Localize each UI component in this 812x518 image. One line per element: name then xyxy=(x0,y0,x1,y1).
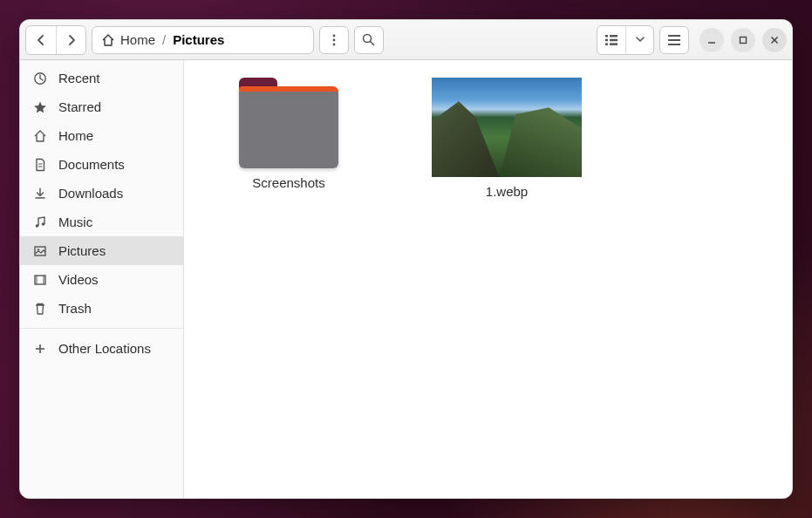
sidebar-item-home[interactable]: Home xyxy=(20,121,183,150)
home-icon xyxy=(101,33,115,47)
svg-line-4 xyxy=(371,42,374,45)
path-current[interactable]: Pictures xyxy=(173,32,224,47)
sidebar-label: Starred xyxy=(58,99,101,114)
sidebar-item-documents[interactable]: Documents xyxy=(20,150,183,179)
sidebar-item-recent[interactable]: Recent xyxy=(20,64,183,92)
plus-icon xyxy=(32,343,48,355)
search-button[interactable] xyxy=(354,26,384,54)
svg-point-22 xyxy=(42,222,45,226)
titlebar: Home / Pictures xyxy=(20,20,792,60)
home-icon xyxy=(32,129,48,143)
list-view-button[interactable] xyxy=(597,26,625,54)
sidebar-item-music[interactable]: Music xyxy=(20,208,183,236)
video-icon xyxy=(32,273,48,287)
view-mode-group xyxy=(597,25,654,55)
maximize-icon xyxy=(739,36,747,44)
file-manager-window: Home / Pictures xyxy=(19,19,793,499)
sidebar-label: Trash xyxy=(58,301,92,316)
content-area[interactable]: Screenshots 1.webp xyxy=(184,60,792,498)
download-icon xyxy=(32,187,48,201)
chevron-down-icon xyxy=(636,37,645,43)
folder-item[interactable]: Screenshots xyxy=(210,78,367,199)
svg-rect-7 xyxy=(605,38,608,41)
sidebar-label: Documents xyxy=(58,157,125,172)
path-home-label: Home xyxy=(120,32,155,47)
hamburger-icon xyxy=(668,35,680,45)
svg-rect-8 xyxy=(610,38,618,41)
back-button[interactable] xyxy=(26,26,56,54)
svg-point-0 xyxy=(332,34,335,37)
svg-point-1 xyxy=(332,38,335,41)
music-icon xyxy=(32,215,48,229)
clock-icon xyxy=(32,72,48,85)
item-label: 1.webp xyxy=(486,184,528,199)
forward-button[interactable] xyxy=(56,26,85,54)
sidebar-divider xyxy=(20,328,183,329)
svg-point-21 xyxy=(36,224,39,228)
chevron-left-icon xyxy=(37,35,45,45)
close-button[interactable] xyxy=(762,28,787,52)
sidebar-item-trash[interactable]: Trash xyxy=(20,294,183,323)
sidebar-label: Downloads xyxy=(58,186,123,201)
svg-rect-6 xyxy=(610,35,618,37)
folder-icon xyxy=(239,78,338,168)
star-icon xyxy=(32,100,48,114)
sidebar-label: Home xyxy=(58,128,93,143)
window-body: Recent Starred Home Documents Downloads … xyxy=(20,60,792,498)
sidebar-item-pictures[interactable]: Pictures xyxy=(20,236,183,265)
sidebar-item-starred[interactable]: Starred xyxy=(20,92,183,121)
maximize-button[interactable] xyxy=(731,28,755,52)
sidebar-label: Recent xyxy=(58,71,100,85)
sidebar-item-videos[interactable]: Videos xyxy=(20,265,183,294)
sidebar-label: Other Locations xyxy=(58,341,151,356)
sidebar-item-downloads[interactable]: Downloads xyxy=(20,179,183,208)
svg-rect-15 xyxy=(740,37,747,43)
minimize-icon xyxy=(707,36,716,44)
svg-rect-9 xyxy=(605,43,608,45)
list-icon xyxy=(605,35,618,45)
svg-rect-10 xyxy=(610,43,618,45)
minimize-button[interactable] xyxy=(699,28,724,52)
chevron-right-icon xyxy=(67,35,76,45)
sidebar-label: Pictures xyxy=(58,243,106,258)
path-separator: / xyxy=(162,32,166,47)
path-home[interactable]: Home xyxy=(101,32,155,47)
path-current-label: Pictures xyxy=(173,32,224,47)
window-controls xyxy=(699,28,787,52)
svg-point-2 xyxy=(332,43,335,45)
image-item[interactable]: 1.webp xyxy=(428,78,585,199)
path-menu-button[interactable] xyxy=(319,26,349,54)
view-options-button[interactable] xyxy=(625,26,653,54)
sidebar-item-other-locations[interactable]: Other Locations xyxy=(20,334,183,363)
item-label: Screenshots xyxy=(252,175,324,190)
sidebar-label: Videos xyxy=(58,272,99,287)
kebab-icon xyxy=(332,34,336,46)
trash-icon xyxy=(32,302,48,316)
sidebar: Recent Starred Home Documents Downloads … xyxy=(20,60,184,498)
search-icon xyxy=(362,33,375,46)
pathbar[interactable]: Home / Pictures xyxy=(92,26,314,54)
sidebar-label: Music xyxy=(58,215,92,229)
pictures-icon xyxy=(32,244,48,258)
image-thumbnail xyxy=(432,78,582,177)
document-icon xyxy=(32,158,48,172)
hamburger-menu-button[interactable] xyxy=(659,26,689,54)
close-icon xyxy=(770,36,779,44)
nav-group xyxy=(25,25,86,55)
svg-rect-5 xyxy=(605,35,608,37)
